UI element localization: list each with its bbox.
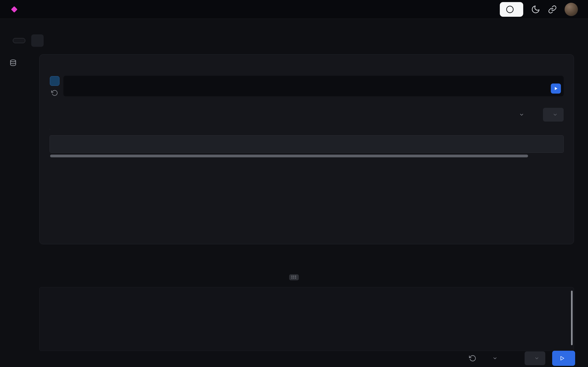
run-query-button[interactable]: [552, 351, 575, 366]
moon-icon: [531, 5, 540, 14]
result-view-tabs: [50, 129, 50, 129]
link-icon: [548, 5, 557, 14]
rerun-query-button[interactable]: [551, 83, 561, 94]
result-panel-header: [40, 55, 574, 76]
table-horizontal-scrollbar[interactable]: [50, 155, 528, 157]
share-link-button[interactable]: [548, 5, 557, 14]
play-icon: [560, 356, 565, 361]
table-header-row: [50, 135, 563, 152]
query-history-button[interactable]: [51, 90, 58, 96]
drag-dots-icon: [292, 276, 296, 279]
limit-select[interactable]: [490, 356, 498, 361]
top-nav: [0, 0, 588, 19]
selected-sql-query[interactable]: [63, 76, 564, 96]
chevron-down-icon: [534, 356, 539, 361]
editor-footer-bar: [0, 350, 588, 367]
footer-controls: [469, 351, 575, 366]
query-history-button-footer[interactable]: [469, 355, 476, 362]
results-table: [50, 135, 564, 153]
add-tab-button[interactable]: [31, 34, 44, 47]
result-controls: [513, 108, 564, 122]
time-window-select[interactable]: [543, 108, 564, 122]
editor-scrollbar[interactable]: [571, 291, 573, 345]
dark-mode-toggle[interactable]: [531, 5, 540, 14]
query-tab-bar: [13, 34, 44, 47]
breadcrumb: [0, 7, 31, 12]
query-result-panel: [39, 54, 574, 244]
chevron-down-icon: [519, 112, 524, 117]
chevron-down-icon: [493, 356, 498, 361]
logfire-logo-icon[interactable]: [11, 6, 17, 12]
history-icon: [51, 90, 58, 96]
query-tab[interactable]: [13, 38, 25, 43]
database-icon: [9, 59, 17, 67]
user-avatar[interactable]: [565, 3, 578, 16]
play-icon: [554, 86, 558, 91]
schema-browser-button[interactable]: [9, 59, 17, 68]
chevron-down-icon: [553, 112, 558, 117]
explore-page: [0, 0, 588, 367]
sql-editor[interactable]: [39, 287, 574, 351]
history-icon: [469, 355, 476, 362]
result-meta-row: [40, 108, 574, 122]
nav-right-cluster: [500, 2, 588, 17]
panel-resize-handle[interactable]: [289, 274, 299, 280]
code-gutter: [50, 76, 60, 96]
feedback-help-button[interactable]: [500, 2, 523, 17]
help-circle-icon: [506, 6, 514, 13]
limit-select[interactable]: [517, 112, 524, 117]
query-code-block: [40, 76, 574, 96]
copy-sql-button[interactable]: [50, 76, 60, 86]
table-horizontal-scrollbar-track: [50, 155, 564, 157]
time-window-select[interactable]: [525, 351, 545, 365]
